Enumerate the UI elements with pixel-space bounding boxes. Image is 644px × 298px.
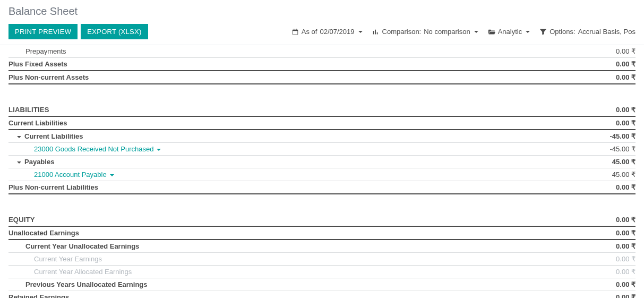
row-label: Current Year Unallocated Earnings xyxy=(25,242,139,250)
row-label: Unallocated Earnings xyxy=(8,229,79,237)
options-label: Options: xyxy=(549,28,575,36)
account-row[interactable]: 23000 Goods Received Not Purchased-45.00… xyxy=(8,143,636,156)
as-of-prefix: As of xyxy=(302,28,317,36)
row-label: Plus Fixed Assets xyxy=(8,60,67,68)
as-of-date: 02/07/2019 xyxy=(320,28,354,36)
caret-down-icon xyxy=(474,31,478,33)
caret-down-icon xyxy=(17,161,21,164)
report-row: Current Liabilities0.00 ₹ xyxy=(8,117,636,130)
section-row: EQUITY0.00 ₹ xyxy=(8,214,636,227)
row-value: 0.00 ₹ xyxy=(605,229,636,237)
row-label: Current Year Earnings xyxy=(34,255,102,263)
row-label: Previous Years Unallocated Earnings xyxy=(25,280,148,288)
row-value: -45.00 ₹ xyxy=(599,132,636,140)
report-row: Current Year Allocated Earnings0.00 ₹ xyxy=(8,266,636,278)
report-row: Current Year Earnings0.00 ₹ xyxy=(8,253,636,266)
report-row: Previous Years Unallocated Earnings0.00 … xyxy=(8,278,636,291)
row-value: 0.00 ₹ xyxy=(605,60,636,68)
report-row: Prepayments0.00 ₹ xyxy=(8,45,636,58)
row-value: 0.00 ₹ xyxy=(605,216,636,224)
toolbar: PRINT PREVIEW EXPORT (XLSX) As of 02/07/… xyxy=(0,20,644,45)
row-value: 0.00 ₹ xyxy=(605,255,636,263)
bar-chart-icon xyxy=(372,28,380,36)
page-title: Balance Sheet xyxy=(8,5,636,18)
row-label: Current Liabilities xyxy=(24,132,83,140)
analytic-option[interactable]: Analytic xyxy=(488,28,530,36)
options-value: Accrual Basis, Pos xyxy=(578,28,636,36)
account-row[interactable]: 21000 Account Payable45.00 ₹ xyxy=(8,168,636,181)
comparison-value: No comparison xyxy=(424,28,470,36)
comparison-option[interactable]: Comparison: No comparison xyxy=(372,28,478,36)
expandable-row[interactable]: Current Liabilities-45.00 ₹ xyxy=(8,130,636,143)
row-label: Retained Earnings xyxy=(8,293,69,298)
analytic-label: Analytic xyxy=(498,28,522,36)
folder-open-icon xyxy=(488,28,495,36)
print-preview-button[interactable]: PRINT PREVIEW xyxy=(8,24,78,39)
row-value: 45.00 ₹ xyxy=(602,171,636,178)
caret-down-icon xyxy=(17,136,21,138)
row-value: -45.00 ₹ xyxy=(599,145,636,153)
row-label: Current Year Allocated Earnings xyxy=(34,268,132,276)
report-row: Retained Earnings0.00 ₹ xyxy=(8,291,636,298)
caret-down-icon xyxy=(358,31,363,33)
row-label: Current Liabilities xyxy=(8,119,67,127)
filter-icon xyxy=(539,28,547,36)
row-value: 0.00 ₹ xyxy=(605,183,636,191)
report-scroll[interactable]: Prepayments0.00 ₹Plus Fixed Assets0.00 ₹… xyxy=(0,45,644,298)
row-value: 0.00 ₹ xyxy=(605,280,636,288)
spacer xyxy=(8,194,636,214)
report-row: Plus Non-current Assets0.00 ₹ xyxy=(8,71,636,84)
account-link[interactable]: 21000 Account Payable xyxy=(34,171,114,178)
row-value: 0.00 ₹ xyxy=(605,47,636,55)
row-value: 0.00 ₹ xyxy=(605,268,636,276)
row-label: Payables xyxy=(24,158,54,166)
row-label: Plus Non-current Assets xyxy=(8,73,89,81)
report-row: Current Year Unallocated Earnings0.00 ₹ xyxy=(8,240,636,253)
row-value: 0.00 ₹ xyxy=(605,242,636,250)
account-link[interactable]: 23000 Goods Received Not Purchased xyxy=(34,145,161,153)
row-label: Prepayments xyxy=(25,47,66,55)
report-row: Plus Non-current Liabilities0.00 ₹ xyxy=(8,181,636,194)
row-label: Plus Non-current Liabilities xyxy=(8,183,98,191)
section-label: EQUITY xyxy=(8,216,35,224)
row-value: 0.00 ₹ xyxy=(605,293,636,298)
section-row: LIABILITIES0.00 ₹ xyxy=(8,104,636,117)
comparison-label: Comparison: xyxy=(382,28,422,36)
options-dropdown[interactable]: Options: Accrual Basis, Pos xyxy=(539,28,636,36)
row-value: 45.00 ₹ xyxy=(602,158,636,166)
export-xlsx-button[interactable]: EXPORT (XLSX) xyxy=(81,24,148,39)
spacer xyxy=(8,84,636,104)
section-label: LIABILITIES xyxy=(8,106,49,114)
row-value: 0.00 ₹ xyxy=(605,119,636,127)
expandable-row[interactable]: Payables45.00 ₹ xyxy=(8,156,636,168)
date-option[interactable]: As of 02/07/2019 xyxy=(291,28,363,36)
caret-down-icon xyxy=(157,149,161,151)
report-row: Unallocated Earnings0.00 ₹ xyxy=(8,227,636,240)
caret-down-icon xyxy=(526,31,530,33)
row-value: 0.00 ₹ xyxy=(605,73,636,81)
caret-down-icon xyxy=(110,174,114,176)
report-row: Plus Fixed Assets0.00 ₹ xyxy=(8,58,636,71)
calendar-icon xyxy=(291,28,299,36)
row-value: 0.00 ₹ xyxy=(605,106,636,114)
